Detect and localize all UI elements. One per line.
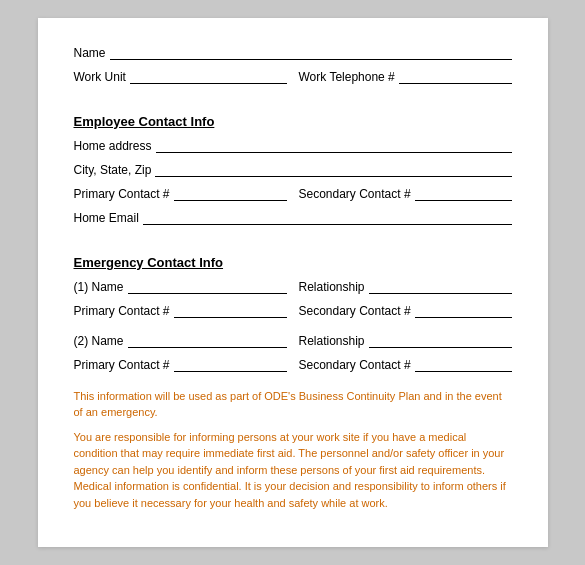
e1-name-label: (1) Name: [74, 280, 124, 294]
e2-name-row: (2) Name Relationship: [74, 334, 512, 348]
work-row: Work Unit Work Telephone #: [74, 70, 512, 84]
primary-contact-label: Primary Contact #: [74, 187, 170, 201]
e1-name-col: (1) Name: [74, 280, 287, 294]
e2-primary-label: Primary Contact #: [74, 358, 170, 372]
work-unit-field[interactable]: [130, 70, 287, 84]
primary-contact-field[interactable]: [174, 187, 287, 201]
work-unit-label: Work Unit: [74, 70, 126, 84]
home-email-row: Home Email: [74, 211, 512, 225]
form-container: Name Work Unit Work Telephone # Employee…: [38, 18, 548, 548]
e1-primary-col: Primary Contact #: [74, 304, 287, 318]
secondary-contact-col: Secondary Contact #: [299, 187, 512, 201]
name-field[interactable]: [110, 46, 512, 60]
e2-name-field[interactable]: [128, 334, 287, 348]
e2-primary-field[interactable]: [174, 358, 287, 372]
e1-name-field[interactable]: [128, 280, 287, 294]
city-state-zip-row: City, State, Zip: [74, 163, 512, 177]
e2-secondary-field[interactable]: [415, 358, 512, 372]
home-address-row: Home address: [74, 139, 512, 153]
work-telephone-col: Work Telephone #: [299, 70, 512, 84]
e1-secondary-col: Secondary Contact #: [299, 304, 512, 318]
contact-row: Primary Contact # Secondary Contact #: [74, 187, 512, 201]
e1-primary-label: Primary Contact #: [74, 304, 170, 318]
city-state-zip-field[interactable]: [155, 163, 511, 177]
home-address-label: Home address: [74, 139, 152, 153]
city-state-zip-label: City, State, Zip: [74, 163, 152, 177]
work-telephone-label: Work Telephone #: [299, 70, 395, 84]
work-telephone-field[interactable]: [399, 70, 512, 84]
e2-secondary-col: Secondary Contact #: [299, 358, 512, 372]
secondary-contact-label: Secondary Contact #: [299, 187, 411, 201]
home-email-label: Home Email: [74, 211, 139, 225]
e1-primary-field[interactable]: [174, 304, 287, 318]
e2-relationship-label: Relationship: [299, 334, 365, 348]
e1-secondary-field[interactable]: [415, 304, 512, 318]
home-email-field[interactable]: [143, 211, 512, 225]
employee-section-title: Employee Contact Info: [74, 114, 512, 129]
home-address-field[interactable]: [156, 139, 512, 153]
e1-relationship-label: Relationship: [299, 280, 365, 294]
secondary-contact-field[interactable]: [415, 187, 512, 201]
disclaimer: This information will be used as part of…: [74, 388, 512, 512]
primary-contact-col: Primary Contact #: [74, 187, 287, 201]
work-unit-col: Work Unit: [74, 70, 287, 84]
e1-name-row: (1) Name Relationship: [74, 280, 512, 294]
e2-primary-col: Primary Contact #: [74, 358, 287, 372]
name-label: Name: [74, 46, 106, 60]
disclaimer-1: This information will be used as part of…: [74, 388, 512, 421]
e1-contact-row: Primary Contact # Secondary Contact #: [74, 304, 512, 318]
name-row: Name: [74, 46, 512, 60]
e2-relationship-field[interactable]: [369, 334, 512, 348]
e2-contact-row: Primary Contact # Secondary Contact #: [74, 358, 512, 372]
disclaimer-2: You are responsible for informing person…: [74, 429, 512, 512]
e2-name-label: (2) Name: [74, 334, 124, 348]
e1-relationship-field[interactable]: [369, 280, 512, 294]
e2-relationship-col: Relationship: [299, 334, 512, 348]
e1-secondary-label: Secondary Contact #: [299, 304, 411, 318]
e2-name-col: (2) Name: [74, 334, 287, 348]
e1-relationship-col: Relationship: [299, 280, 512, 294]
e2-secondary-label: Secondary Contact #: [299, 358, 411, 372]
emergency-section-title: Emergency Contact Info: [74, 255, 512, 270]
